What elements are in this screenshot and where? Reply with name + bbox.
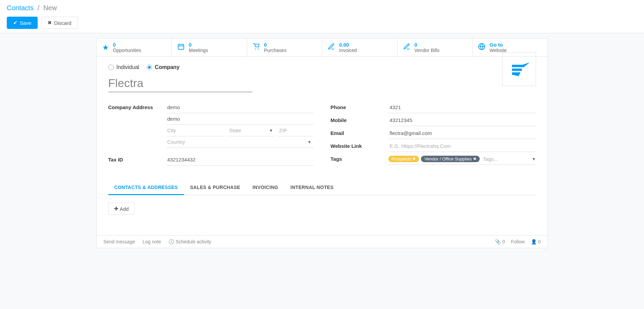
street1-input[interactable] <box>166 102 314 113</box>
discard-button[interactable]: ✖ Discard <box>41 17 78 29</box>
phone-input[interactable] <box>388 102 536 113</box>
tabs: CONTACTS & ADDRESSES SALES & PURCHASE IN… <box>108 181 536 195</box>
stat-opportunities[interactable]: ★ 0 Opportunities <box>97 38 172 56</box>
user-icon: 👤 <box>531 239 537 244</box>
tab-internal-notes[interactable]: INTERNAL NOTES <box>284 181 340 195</box>
mobile-input[interactable] <box>388 115 536 126</box>
form-card: ★ 0 Opportunities 0 Meetings <box>96 38 548 248</box>
zip-input[interactable] <box>278 125 313 136</box>
email-label: Email <box>331 127 388 136</box>
discard-label: Discard <box>54 20 71 26</box>
stat-value: 0 <box>189 42 208 48</box>
log-note-link[interactable]: Log note <box>143 239 161 244</box>
add-label: Add <box>120 206 129 212</box>
add-button[interactable]: ✚ Add <box>108 203 135 215</box>
avatar[interactable] <box>502 52 536 86</box>
breadcrumb-current: New <box>43 4 57 12</box>
tag-label: Prospects <box>392 156 411 161</box>
calendar-icon <box>177 43 185 52</box>
close-icon: ✖ <box>48 20 52 26</box>
stat-value: 0.00 <box>339 42 357 48</box>
follow-button[interactable]: Follow <box>511 239 525 244</box>
website-input[interactable] <box>388 140 536 152</box>
stat-value: 0 <box>415 42 440 48</box>
breadcrumb-root[interactable]: Contacts <box>7 4 34 12</box>
country-select[interactable] <box>166 136 314 148</box>
stat-label: Vendor Bills <box>415 48 440 53</box>
taxid-input[interactable] <box>166 154 314 166</box>
tags-text-input[interactable] <box>482 155 530 163</box>
radio-company[interactable]: Company <box>147 64 180 70</box>
follower-count: 0 <box>538 239 541 244</box>
radio-individual[interactable]: Individual <box>108 64 140 70</box>
company-name-input[interactable] <box>108 74 253 92</box>
pencil-dollar-icon <box>328 43 335 52</box>
stat-label: Invoiced <box>339 48 357 53</box>
tab-sales-purchase[interactable]: SALES & PURCHASE <box>184 181 246 195</box>
close-icon[interactable]: ✖ <box>473 157 476 161</box>
close-icon[interactable]: ✖ <box>412 157 416 161</box>
stat-invoiced[interactable]: 0.00 Invoiced <box>322 38 398 56</box>
left-column: Company Address ▼ <box>108 102 314 167</box>
stat-label: Purchases <box>264 48 287 53</box>
attach-count: 0 <box>502 239 505 244</box>
stat-meetings[interactable]: 0 Meetings <box>172 38 247 56</box>
attachments-button[interactable]: 📎 0 <box>495 239 505 244</box>
check-icon: ✔ <box>13 20 18 26</box>
radio-circle-icon <box>108 65 114 70</box>
tab-contacts-addresses[interactable]: CONTACTS & ADDRESSES <box>108 181 184 195</box>
svg-point-5 <box>258 48 259 49</box>
cart-icon <box>253 43 260 52</box>
radio-circle-checked-icon <box>147 65 152 70</box>
city-input[interactable] <box>166 125 225 136</box>
company-logo-icon <box>507 57 531 81</box>
website-label: Website Link <box>331 140 388 149</box>
plus-icon: ✚ <box>114 206 118 212</box>
stat-vendor-bills[interactable]: 0 Vendor Bills <box>398 38 473 56</box>
save-button[interactable]: ✔ Save <box>7 17 38 29</box>
globe-icon <box>478 43 485 52</box>
star-icon: ★ <box>102 43 109 52</box>
tag-prospects[interactable]: Prospects ✖ <box>388 156 419 162</box>
mobile-label: Mobile <box>331 115 388 123</box>
stat-label: Opportunities <box>113 48 141 53</box>
radio-label: Individual <box>116 64 140 70</box>
svg-rect-0 <box>178 44 184 49</box>
tab-invoicing[interactable]: INVOICING <box>246 181 284 195</box>
radio-label: Company <box>155 64 180 70</box>
tab-content: ✚ Add <box>108 195 536 222</box>
chevron-down-icon: ▼ <box>532 157 536 161</box>
type-radio-group: Individual Company <box>108 64 502 70</box>
save-label: Save <box>20 20 31 26</box>
action-buttons: ✔ Save ✖ Discard <box>7 17 637 29</box>
email-input[interactable] <box>388 127 536 139</box>
street2-input[interactable] <box>166 113 314 125</box>
stat-label: Meetings <box>189 48 208 53</box>
breadcrumb-sep: / <box>38 4 40 12</box>
chatter-footer: Send message Log note 🕓 Schedule activit… <box>97 235 548 248</box>
header: Contacts / New ✔ Save ✖ Discard <box>0 0 644 33</box>
tags-input-wrap[interactable]: Prospects ✖ Vendor / Office Supplies ✖ ▼ <box>388 153 536 165</box>
paperclip-icon: 📎 <box>495 239 501 244</box>
schedule-activity-link[interactable]: 🕓 Schedule activity <box>168 239 211 244</box>
stat-bar: ★ 0 Opportunities 0 Meetings <box>97 38 548 57</box>
tags-label: Tags <box>331 153 388 162</box>
schedule-label: Schedule activity <box>176 239 211 244</box>
send-message-link[interactable]: Send message <box>104 239 135 244</box>
pencil-icon <box>403 43 410 52</box>
stat-value: 0 <box>264 42 287 48</box>
stat-value: 0 <box>113 42 141 48</box>
followers-count[interactable]: 👤 0 <box>531 239 541 244</box>
tag-label: Vendor / Office Supplies <box>424 156 472 161</box>
address-label: Company Address <box>108 102 166 110</box>
form-body: Individual Company <box>97 57 548 230</box>
right-column: Phone Mobile Email Website Link <box>331 102 536 167</box>
breadcrumb: Contacts / New <box>7 4 637 12</box>
main: ★ 0 Opportunities 0 Meetings <box>0 38 644 248</box>
phone-label: Phone <box>331 102 388 110</box>
tag-vendor-office[interactable]: Vendor / Office Supplies ✖ <box>421 156 479 162</box>
stat-value: Go to <box>490 42 507 48</box>
taxid-label: Tax ID <box>108 154 166 162</box>
stat-purchases[interactable]: 0 Purchases <box>247 38 323 56</box>
state-select[interactable] <box>228 125 275 136</box>
